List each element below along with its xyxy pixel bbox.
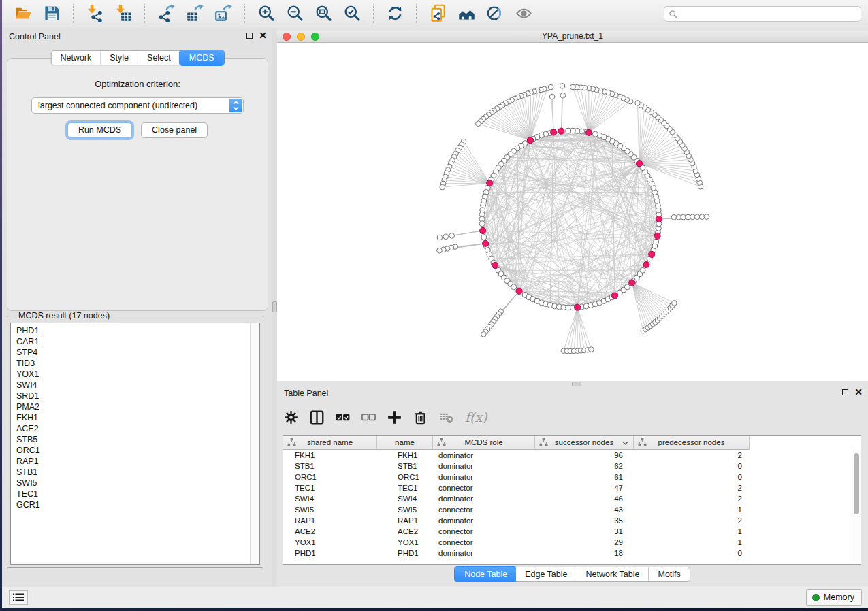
mcds-result-item[interactable]: TEC1 <box>11 489 259 499</box>
export-image-icon[interactable] <box>213 3 234 24</box>
panel-layout-icon[interactable] <box>310 410 324 425</box>
table-settings-icon[interactable] <box>284 410 298 425</box>
export-network-icon[interactable] <box>156 3 176 24</box>
tab-style[interactable]: Style <box>101 51 138 65</box>
first-neighbors-icon[interactable] <box>456 3 477 24</box>
mcds-result-item[interactable]: TID3 <box>11 358 259 369</box>
run-mcds-button[interactable]: Run MCDS <box>67 122 132 138</box>
memory-button[interactable]: Memory <box>806 589 862 606</box>
mcds-result-item[interactable]: STB1 <box>11 467 259 478</box>
mcds-result-item[interactable]: FKH1 <box>11 412 259 423</box>
mcds-result-item[interactable]: ACE2 <box>11 423 259 434</box>
float-panel-icon[interactable] <box>842 389 848 395</box>
open-file-icon[interactable] <box>13 3 33 24</box>
network-canvas[interactable] <box>277 43 868 381</box>
table-tab-edge-table[interactable]: Edge Table <box>516 567 577 581</box>
search-input[interactable] <box>678 7 861 20</box>
column-header-MCDS-role[interactable]: MCDS role <box>433 436 535 450</box>
mcds-hub-node[interactable] <box>643 261 649 267</box>
column-header-name[interactable]: name <box>377 436 433 450</box>
mcds-hub-node[interactable] <box>527 137 533 144</box>
save-session-icon[interactable] <box>42 3 62 24</box>
zoom-in-icon[interactable] <box>256 3 276 24</box>
minimize-window-icon[interactable] <box>297 33 305 41</box>
select-all-check-icon[interactable] <box>336 410 350 425</box>
vertical-splitter[interactable] <box>272 28 277 587</box>
network-node[interactable] <box>592 131 598 137</box>
mcds-hub-node[interactable] <box>654 233 660 239</box>
import-table-icon[interactable] <box>113 3 133 24</box>
mcds-hub-node[interactable] <box>482 240 488 246</box>
mcds-hub-node[interactable] <box>611 293 617 299</box>
network-leaf-node[interactable] <box>560 93 566 99</box>
network-leaf-node[interactable] <box>549 94 555 99</box>
show-all-icon[interactable] <box>513 3 534 24</box>
network-node[interactable] <box>481 235 487 240</box>
table-row[interactable]: ORC1ORC1dominator610 <box>283 472 852 482</box>
mcds-result-item[interactable]: SWI5 <box>11 478 259 489</box>
table-row[interactable]: SWI5SWI5connector431 <box>283 504 852 515</box>
network-node[interactable] <box>479 221 485 227</box>
network-leaf-node[interactable] <box>672 301 677 306</box>
network-leaf-node[interactable] <box>589 347 594 352</box>
mcds-result-item[interactable]: STP4 <box>11 347 259 358</box>
network-leaf-node[interactable] <box>560 84 565 89</box>
delete-column-icon[interactable] <box>413 410 428 425</box>
tab-select[interactable]: Select <box>138 51 180 65</box>
mcds-hub-node[interactable] <box>629 280 635 286</box>
network-leaf-node[interactable] <box>548 84 553 90</box>
network-leaf-node[interactable] <box>437 248 443 253</box>
mcds-result-item[interactable]: GCR1 <box>11 499 259 510</box>
table-row[interactable]: FKH1FKH1dominator962 <box>283 450 852 461</box>
mcds-hub-node[interactable] <box>480 227 486 233</box>
zoom-fit-icon[interactable] <box>313 3 334 24</box>
list-scrollbar[interactable] <box>250 323 259 564</box>
network-leaf-node[interactable] <box>476 121 481 127</box>
table-row[interactable]: RAP1RAP1dominator352 <box>283 515 852 526</box>
splitter-grabber[interactable] <box>572 382 581 386</box>
close-panel-icon[interactable]: ✕ <box>854 389 863 395</box>
network-titlebar[interactable]: YPA_prune.txt_1 <box>277 31 868 43</box>
mcds-hub-node[interactable] <box>551 129 557 135</box>
network-node[interactable] <box>566 128 571 133</box>
export-table-icon[interactable] <box>184 3 205 24</box>
deselect-all-icon[interactable] <box>361 410 376 425</box>
network-leaf-node[interactable] <box>635 101 641 106</box>
mcds-hub-node[interactable] <box>575 304 581 310</box>
mcds-result-item[interactable]: PHD1 <box>11 323 259 336</box>
table-row[interactable]: YOX1YOX1connector291 <box>283 537 852 548</box>
network-leaf-node[interactable] <box>704 214 709 220</box>
zoom-out-icon[interactable] <box>285 3 305 24</box>
mcds-hub-node[interactable] <box>636 161 642 167</box>
network-leaf-node[interactable] <box>481 332 487 337</box>
close-window-icon[interactable] <box>283 33 291 41</box>
mcds-hub-node[interactable] <box>487 180 493 186</box>
mcds-hub-node[interactable] <box>558 128 564 134</box>
close-panel-icon[interactable]: ✕ <box>259 32 267 39</box>
zoom-selected-icon[interactable] <box>342 3 362 24</box>
close-panel-button[interactable]: Close panel <box>141 122 208 138</box>
refresh-view-icon[interactable] <box>385 3 405 24</box>
table-row[interactable]: ACE2ACE2connector311 <box>283 526 852 537</box>
table-row[interactable]: TEC1TEC1connector472 <box>283 482 852 493</box>
table-tab-network-table[interactable]: Network Table <box>577 567 649 581</box>
mcds-hub-node[interactable] <box>656 216 662 222</box>
maximize-window-icon[interactable] <box>311 33 319 41</box>
mcds-result-item[interactable]: YOX1 <box>11 369 259 380</box>
mcds-result-item[interactable]: RAP1 <box>11 456 259 467</box>
network-node[interactable] <box>640 267 645 273</box>
import-network-icon[interactable] <box>84 3 105 24</box>
mcds-result-item[interactable]: PMA2 <box>11 401 259 412</box>
tab-network[interactable]: Network <box>51 51 101 65</box>
mcds-result-item[interactable]: ORC1 <box>11 445 259 456</box>
mcds-hub-node[interactable] <box>649 251 655 257</box>
network-leaf-node[interactable] <box>437 235 443 240</box>
mcds-hub-node[interactable] <box>492 262 498 268</box>
table-row[interactable]: SWI4SWI4dominator462 <box>283 493 852 504</box>
mcds-hub-node[interactable] <box>516 288 522 294</box>
column-header-successor-nodes[interactable]: successor nodes <box>535 436 634 450</box>
mcds-result-list[interactable]: PHD1CAR1STP4TID3YOX1SWI4SRD1PMA2FKH1ACE2… <box>10 323 260 565</box>
search-box[interactable] <box>664 6 861 22</box>
tab-mcds[interactable]: MCDS <box>180 50 224 65</box>
mcds-result-item[interactable]: CAR1 <box>11 336 259 347</box>
